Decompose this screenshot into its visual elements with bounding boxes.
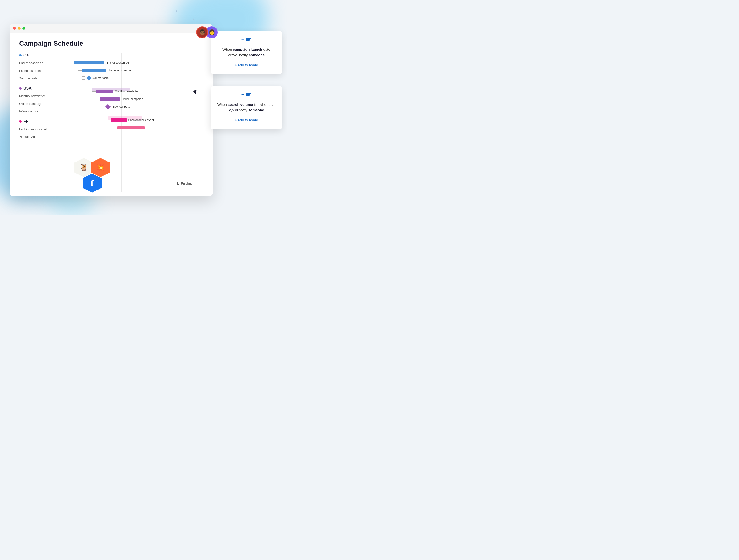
gantt-labels: CA End of season ad Facebook promo Summe… — [19, 53, 67, 192]
bar-label-newsletter: Monthly newsletter — [115, 90, 139, 93]
sparkle-2: ✦ — [192, 17, 195, 21]
task-row: Monthly newsletter — [19, 92, 67, 100]
gantt-task-usa-1: Monthly newsletter — [67, 88, 203, 95]
bar-label-summer-sale: Summer sale — [92, 76, 109, 80]
gantt-task-ca-1: End of season ad — [67, 59, 203, 66]
add-to-board-button-1[interactable]: + Add to board — [217, 61, 276, 68]
bar-label-end-of-season: End of season ad — [107, 61, 129, 64]
browser-dot-red — [13, 27, 16, 30]
section-dot-fr — [19, 120, 21, 123]
milestone-summer-sale — [86, 76, 92, 81]
browser-dot-yellow — [18, 27, 21, 30]
finishing-area: Finishing — [177, 182, 192, 185]
plus-icon-1: + — [242, 37, 245, 42]
avatar-1: 👨🏾 — [196, 26, 208, 38]
section-title-ca: CA — [23, 53, 29, 57]
bar-end-of-season — [74, 61, 104, 64]
task-row: Summer sale — [19, 75, 67, 82]
avatars-container: 👨🏾 👩 — [196, 26, 218, 38]
sparkle-1: ✦ — [174, 9, 178, 14]
section-header-fr: FR — [19, 119, 67, 124]
bar-monthly-newsletter — [96, 90, 113, 93]
automation-card-2: + When search volume is higher than 2,50… — [210, 86, 282, 129]
icon-line — [246, 93, 252, 94]
task-label: Summer sale — [19, 75, 37, 82]
task-label: Youtube Ad — [19, 133, 35, 141]
browser-titlebar — [10, 24, 213, 32]
gantt-task-fr-2 — [67, 124, 203, 132]
bar-youtube-ad — [118, 126, 145, 129]
task-label: Monthly newsletter — [19, 92, 45, 100]
gantt-task-fr-1: Fashion week event — [67, 116, 203, 124]
bar-label-facebook: Facebook promo — [109, 69, 131, 72]
automation-card-1-text: When campaign launch date arrive, notify… — [217, 47, 276, 58]
bar-facebook-promo — [82, 69, 107, 72]
gantt-task-usa-2: Offline campaign — [67, 95, 203, 103]
section-dot-usa — [19, 87, 21, 90]
task-label: End of season ad — [19, 59, 43, 67]
lines-icon-2 — [246, 93, 252, 96]
icon-line — [246, 39, 251, 40]
automation-card-2-text: When search volume is higher than 2,500 … — [217, 102, 276, 113]
add-to-board-button-2[interactable]: + Add to board — [217, 117, 276, 124]
section-title-usa: USA — [23, 86, 32, 91]
icon-line — [246, 96, 250, 96]
gantt-task-ca-3: Summer sale — [67, 74, 203, 82]
task-row: Offline campaign — [19, 100, 67, 108]
badge-semrush: 💥 — [91, 158, 110, 177]
bar-label-offline: Offline campaign — [122, 98, 143, 101]
lines-icon-1 — [246, 38, 252, 41]
milestone-influencer — [105, 104, 111, 110]
automation-card-1: + When campaign launch date arrive, noti… — [210, 31, 282, 74]
bar-fashion-week — [111, 119, 127, 122]
gantt-task-ca-2: Facebook promo — [67, 66, 203, 74]
task-label: Fashion week event — [19, 125, 47, 133]
task-row: Influencer post — [19, 108, 67, 115]
task-row: Fashion week event — [19, 125, 67, 133]
bar-label-fashion: Fashion week event — [129, 119, 154, 122]
browser-dot-green — [22, 27, 25, 30]
task-label: Facebook promo — [19, 67, 42, 75]
page-title: Campaign Schedule — [19, 40, 203, 47]
dep-line — [111, 128, 118, 128]
icon-line — [246, 94, 251, 95]
bar-label-influencer: Influencer post — [111, 105, 130, 108]
task-label: Offline campaign — [19, 100, 42, 108]
bar-offline-campaign — [100, 98, 120, 101]
card-2-icon-row: + — [217, 92, 276, 97]
card-1-icon-row: + — [217, 37, 276, 42]
task-row: End of season ad — [19, 59, 67, 67]
section-title-fr: FR — [23, 119, 28, 124]
badge-hootsuite: 🦉 — [74, 158, 93, 177]
finishing-label: Finishing — [181, 182, 192, 185]
task-label: Influencer post — [19, 108, 39, 115]
gantt-task-usa-3: Influencer post — [67, 103, 203, 111]
task-row: Youtube Ad — [19, 133, 67, 141]
section-header-ca: CA — [19, 53, 67, 57]
badge-facebook: f — [83, 173, 102, 193]
task-row: Facebook promo — [19, 67, 67, 75]
icon-line — [246, 38, 252, 38]
section-header-usa: USA — [19, 86, 67, 91]
plus-icon-2: + — [242, 92, 245, 97]
corner-mark — [177, 182, 179, 185]
section-dot-ca — [19, 54, 21, 56]
integration-badges: 🦉 💥 f — [74, 156, 117, 194]
icon-line — [246, 40, 250, 41]
